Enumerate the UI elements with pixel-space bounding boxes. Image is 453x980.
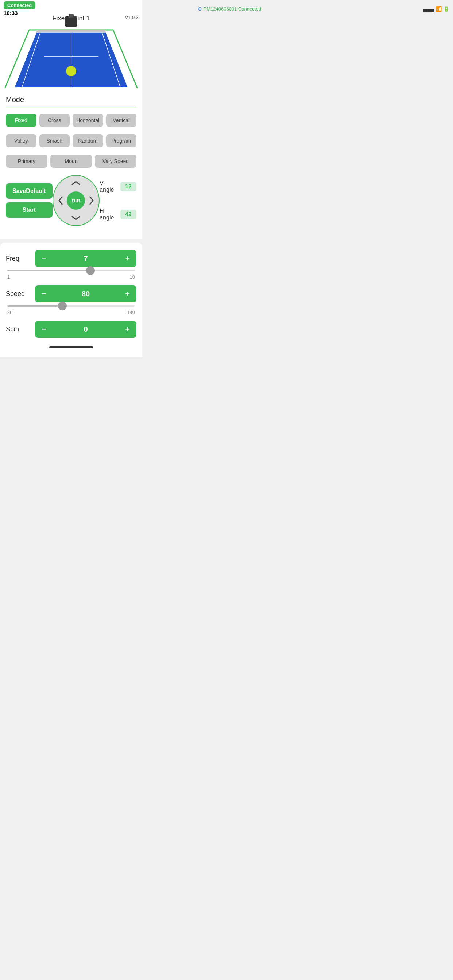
freq-slider-container[interactable]: 1 10 <box>6 270 136 280</box>
freq-value: 7 <box>53 255 118 263</box>
home-indicator-container <box>6 344 136 350</box>
start-button[interactable]: Start <box>6 202 53 218</box>
controls-main-row: SaveDefault Start DIR V angle 12 <box>6 175 136 226</box>
freq-slider-fill <box>7 270 91 271</box>
freq-label-row: Freq − 7 + <box>6 250 136 267</box>
freq-increment[interactable]: + <box>118 250 136 267</box>
dir-pad[interactable]: DIR <box>53 175 100 226</box>
dir-right-arrow[interactable] <box>89 196 94 205</box>
spin-label: Spin <box>6 326 31 333</box>
spin-decrement[interactable]: − <box>35 321 53 337</box>
mode-cross[interactable]: Cross <box>39 114 70 127</box>
freq-stepper: − 7 + <box>35 250 136 267</box>
mode-panel: Mode Fixed Cross Horizontal Veritcal Vol… <box>0 88 142 239</box>
speed-slider-fill <box>7 305 62 307</box>
mode-vary-speed[interactable]: Vary Speed <box>95 154 136 168</box>
mode-horizontal[interactable]: Horizontal <box>73 114 103 127</box>
mode-grid-row1: Fixed Cross Horizontal Veritcal <box>6 114 136 127</box>
mode-divider <box>6 108 136 108</box>
speed-max-label: 140 <box>127 310 135 315</box>
freq-max-label: 10 <box>130 274 135 280</box>
time-display: 10:33 <box>4 10 18 16</box>
freq-slider-labels: 1 10 <box>7 274 135 280</box>
mode-fixed[interactable]: Fixed <box>6 114 37 127</box>
mode-primary[interactable]: Primary <box>6 154 48 168</box>
v-angle-label: V angle <box>100 180 117 193</box>
freq-decrement[interactable]: − <box>35 250 53 267</box>
dir-down-arrow[interactable] <box>72 215 80 221</box>
speed-value: 80 <box>53 290 118 298</box>
speed-min-label: 20 <box>7 310 13 315</box>
spin-label-row: Spin − 0 + <box>6 321 136 337</box>
spin-value: 0 <box>53 325 118 334</box>
v-angle-row: V angle 12 <box>100 180 136 193</box>
speed-slider-labels: 20 140 <box>7 310 135 315</box>
status-bar: Connected 10:33 ⊕ PM1240606001 Connected… <box>0 0 142 18</box>
mode-grid-row3: Primary Moon Vary Speed <box>6 154 136 168</box>
mode-smash[interactable]: Smash <box>39 134 70 147</box>
dir-center-button[interactable]: DIR <box>67 191 85 210</box>
h-angle-row: H angle 42 <box>100 208 136 221</box>
svg-rect-2 <box>37 30 106 33</box>
speed-decrement[interactable]: − <box>35 285 53 302</box>
dir-up-arrow[interactable] <box>72 180 80 186</box>
speed-increment[interactable]: + <box>118 285 136 302</box>
v-angle-value: 12 <box>120 182 136 191</box>
home-indicator <box>49 346 93 348</box>
speed-label: Speed <box>6 290 31 298</box>
settings-panel: Freq − 7 + 1 10 Speed − 80 + <box>0 243 142 357</box>
freq-control: Freq − 7 + 1 10 <box>6 250 136 280</box>
save-default-button[interactable]: SaveDefault <box>6 183 53 199</box>
mode-grid-row2: Volley Smash Random Program <box>6 134 136 147</box>
freq-min-label: 1 <box>7 274 10 280</box>
angle-info: V angle 12 H angle 42 <box>100 180 136 221</box>
tennis-ball <box>66 66 76 76</box>
speed-stepper: − 80 + <box>35 285 136 302</box>
freq-label: Freq <box>6 255 31 262</box>
h-angle-label: H angle <box>100 208 117 221</box>
freq-slider-track <box>7 270 135 271</box>
spin-increment[interactable]: + <box>118 321 136 337</box>
freq-slider-thumb[interactable] <box>86 266 95 275</box>
dir-left-arrow[interactable] <box>57 196 64 205</box>
mode-title: Mode <box>6 95 136 104</box>
mode-random[interactable]: Random <box>73 134 103 147</box>
mode-moon[interactable]: Moon <box>50 154 92 168</box>
spin-control: Spin − 0 + <box>6 321 136 337</box>
left-action-buttons: SaveDefault Start <box>6 183 53 218</box>
speed-control: Speed − 80 + 20 140 <box>6 285 136 315</box>
mode-volley[interactable]: Volley <box>6 134 37 147</box>
speed-slider-track <box>7 305 135 307</box>
speed-slider-container[interactable]: 20 140 <box>6 305 136 315</box>
speed-label-row: Speed − 80 + <box>6 285 136 302</box>
spin-stepper: − 0 + <box>35 321 136 337</box>
mode-vertical[interactable]: Veritcal <box>106 114 137 127</box>
h-angle-value: 42 <box>120 210 136 219</box>
status-left: Connected 10:33 <box>4 2 35 16</box>
mode-program[interactable]: Program <box>106 134 137 147</box>
speed-slider-thumb[interactable] <box>58 302 67 310</box>
connected-badge: Connected <box>4 2 35 9</box>
